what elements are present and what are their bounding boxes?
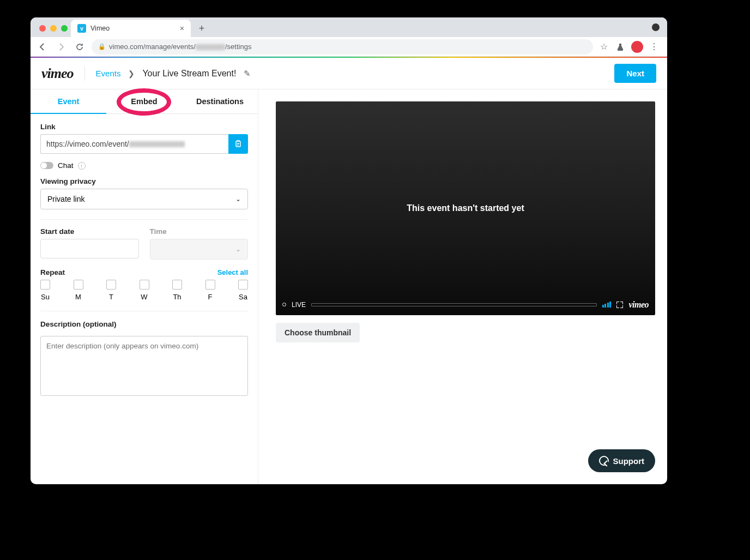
maximize-window-button[interactable] xyxy=(61,25,68,32)
support-button[interactable]: Support xyxy=(588,449,656,472)
privacy-label: Viewing privacy xyxy=(40,177,248,185)
window-corner-icon xyxy=(652,23,660,31)
breadcrumb-events-link[interactable]: Events xyxy=(96,69,121,78)
chevron-right-icon: ❯ xyxy=(128,69,135,78)
day-label: Su xyxy=(41,293,50,301)
vimeo-favicon-icon: v xyxy=(77,24,86,33)
day-label: F xyxy=(208,293,213,301)
tab-embed[interactable]: Embed xyxy=(106,89,182,113)
start-date-input[interactable] xyxy=(40,239,139,258)
player-message: This event hasn't started yet xyxy=(407,203,524,213)
description-textarea[interactable] xyxy=(40,336,248,396)
chat-bubble-icon xyxy=(599,456,609,466)
extension-flask-icon[interactable] xyxy=(615,41,626,52)
app-container: vimeo Events ❯ Your Live Stream Event! ✎… xyxy=(31,58,667,484)
datetime-section: Start date Time ⌄ xyxy=(31,220,258,260)
url-input[interactable]: 🔒 vimeo.com/manage/events//settings xyxy=(92,39,593,55)
chevron-down-icon: ⌄ xyxy=(235,245,241,253)
next-button[interactable]: Next xyxy=(614,64,656,83)
minimize-window-button[interactable] xyxy=(50,25,57,32)
player-vimeo-logo[interactable]: vimeo xyxy=(628,300,649,310)
select-all-link[interactable]: Select all xyxy=(217,268,248,276)
player-controls: LIVE vimeo xyxy=(282,300,649,310)
tab-strip: v Vimeo × + xyxy=(31,17,667,37)
day-check-f[interactable] xyxy=(205,280,215,290)
settings-panel: Event Embed Destinations Link https://vi… xyxy=(31,89,258,484)
extension-icons: ☆ ⋮ xyxy=(598,41,662,53)
header-separator xyxy=(84,67,85,81)
chevron-down-icon: ⌄ xyxy=(235,195,241,203)
start-date-label: Start date xyxy=(40,227,139,236)
back-button[interactable] xyxy=(36,40,49,53)
link-input[interactable]: https://vimeo.com/event/ xyxy=(40,134,228,154)
time-label: Time xyxy=(150,227,249,236)
day-check-t[interactable] xyxy=(106,280,116,290)
chat-label: Chat xyxy=(58,161,74,170)
privacy-section: Viewing privacy Private link ⌄ xyxy=(31,177,258,209)
video-player[interactable]: This event hasn't started yet LIVE vimeo xyxy=(276,101,655,315)
chat-toggle[interactable] xyxy=(40,162,53,169)
browser-window: v Vimeo × + 🔒 vimeo.com/manage/events//s… xyxy=(31,17,667,484)
clipboard-icon xyxy=(234,140,243,148)
description-label: Description (optional) xyxy=(40,320,248,328)
day-label: W xyxy=(141,293,147,301)
extension-badge-icon[interactable] xyxy=(631,41,643,53)
day-label: Th xyxy=(173,293,181,301)
vimeo-logo[interactable]: vimeo xyxy=(41,65,74,82)
reload-button[interactable] xyxy=(73,40,86,53)
copy-link-button[interactable] xyxy=(228,134,248,154)
app-header: vimeo Events ❯ Your Live Stream Event! ✎… xyxy=(31,58,667,89)
repeat-label: Repeat xyxy=(40,268,65,276)
browser-menu-icon[interactable]: ⋮ xyxy=(649,41,660,52)
time-select[interactable]: ⌄ xyxy=(150,239,249,260)
preview-panel: This event hasn't started yet LIVE vimeo… xyxy=(258,89,667,484)
close-tab-icon[interactable]: × xyxy=(180,24,184,33)
browser-tab[interactable]: v Vimeo × xyxy=(71,20,191,37)
close-window-button[interactable] xyxy=(39,25,46,32)
live-indicator-icon xyxy=(282,303,286,306)
chat-row: Chat i xyxy=(31,154,258,177)
traffic-lights xyxy=(36,25,71,37)
privacy-select[interactable]: Private link ⌄ xyxy=(40,189,248,209)
privacy-value: Private link xyxy=(47,195,84,203)
link-section: Link https://vimeo.com/event/ xyxy=(31,114,258,154)
day-check-w[interactable] xyxy=(140,280,149,290)
tab-title: Vimeo xyxy=(90,25,110,32)
new-tab-button[interactable]: + xyxy=(194,21,209,36)
live-label: LIVE xyxy=(292,301,306,309)
tab-destinations[interactable]: Destinations xyxy=(182,89,258,113)
progress-bar[interactable] xyxy=(311,303,597,306)
edit-title-icon[interactable]: ✎ xyxy=(244,69,251,79)
repeat-header: Repeat Select all xyxy=(31,260,258,280)
day-label: Sa xyxy=(239,293,247,301)
day-label: M xyxy=(75,293,81,301)
day-check-th[interactable] xyxy=(172,280,182,290)
link-label: Link xyxy=(40,123,248,131)
fullscreen-icon[interactable] xyxy=(616,302,623,308)
info-icon[interactable]: i xyxy=(78,162,86,170)
tab-event[interactable]: Event xyxy=(31,89,106,113)
day-check-sa[interactable] xyxy=(238,280,248,290)
day-check-m[interactable] xyxy=(74,280,83,290)
lock-icon: 🔒 xyxy=(98,43,106,50)
support-label: Support xyxy=(613,456,645,466)
url-text: vimeo.com/manage/events//settings xyxy=(109,43,251,51)
breadcrumb-title: Your Live Stream Event! xyxy=(142,69,236,79)
settings-tabs: Event Embed Destinations xyxy=(31,89,258,114)
days-row: Su M T W Th F Sa xyxy=(31,280,258,301)
day-check-su[interactable] xyxy=(40,280,50,290)
choose-thumbnail-button[interactable]: Choose thumbnail xyxy=(276,323,360,342)
app-body: Event Embed Destinations Link https://vi… xyxy=(31,89,667,484)
day-label: T xyxy=(109,293,113,301)
star-icon[interactable]: ☆ xyxy=(598,41,609,52)
signal-icon[interactable] xyxy=(602,302,612,308)
forward-button[interactable] xyxy=(55,40,68,53)
svg-rect-0 xyxy=(236,141,240,147)
address-bar: 🔒 vimeo.com/manage/events//settings ☆ ⋮ xyxy=(31,37,667,57)
